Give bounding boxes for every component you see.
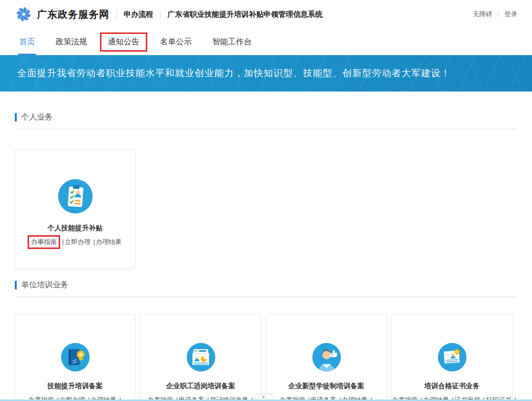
link-separator: | — [62, 238, 64, 246]
accessibility-link[interactable]: 无障碍 — [473, 10, 492, 19]
banner-slogan: 全面提升我省劳动者职业技能水平和就业创业能力，加快知识型、技能型、创新型劳动者大… — [17, 67, 451, 80]
section-accent-bar — [15, 113, 17, 122]
browser-report-icon — [187, 343, 215, 371]
top-header-right: 无障碍 登录 — [473, 10, 517, 19]
card-apprenticeship-filing[interactable]: 企业新型学徒制培训备案 办事指南|申请备案|办理结果|单位培训人员查询 — [266, 314, 387, 401]
pinwheel-flower-icon — [15, 5, 33, 23]
top-header-left: 广东政务服务网 申办流程 广东省职业技能提升培训补贴申领管理信息系统 — [15, 5, 323, 23]
divider — [15, 129, 517, 129]
system-title: 广东省职业技能提升培训补贴申领管理信息系统 — [167, 10, 323, 19]
card-link[interactable]: 办事指南 — [28, 235, 60, 249]
main-nav: 首页 政策法规 通知公告 名单公示 智能工作台 — [0, 29, 532, 55]
card-link[interactable]: 立即办理 — [65, 238, 91, 246]
card-links-line: 办事指南|立即办理|办理结果 — [15, 237, 135, 247]
person-thumbsup-icon — [312, 343, 341, 371]
section-accent-bar — [15, 281, 17, 289]
tab-public-lists[interactable]: 名单公示 — [152, 32, 200, 52]
card-title: 企业职工适岗培训备案 — [141, 382, 261, 391]
main-content: 个人业务 — [0, 112, 532, 401]
card-link[interactable]: 办理结果 — [96, 238, 122, 246]
unit-card-row: 技能提升培训备案 办事指南|立即办理|办理结果|在培人员查询|学员情况查询 — [15, 314, 517, 401]
top-header: 广东政务服务网 申办流程 广东省职业技能提升培训补贴申领管理信息系统 无障碍 登… — [0, 0, 532, 29]
card-title: 企业新型学徒制培训备案 — [266, 382, 386, 391]
clipboard-checklist-icon — [58, 179, 93, 214]
section-title: 个人业务 — [21, 112, 53, 123]
card-personal-skill-subsidy[interactable]: 个人技能提升补贴 办事指南|立即办理|办理结果 — [15, 149, 135, 268]
divider — [160, 10, 161, 18]
page: 广东政务服务网 申办流程 广东省职业技能提升培训补贴申领管理信息系统 无障碍 登… — [0, 0, 532, 401]
section-title: 单位培训业务 — [21, 280, 68, 290]
tab-policies[interactable]: 政策法规 — [48, 32, 95, 52]
divider — [116, 10, 117, 18]
hero-banner: 全面提升我省劳动者职业技能水平和就业创业能力，加快知识型、技能型、创新型劳动者大… — [0, 55, 532, 92]
section-header-unit: 单位培训业务 — [15, 280, 517, 290]
card-links: 办事指南|立即办理|办理结果 — [15, 237, 135, 247]
tab-notices[interactable]: 通知公告 — [100, 32, 147, 52]
card-staff-training-filing[interactable]: 企业职工适岗培训备案 办事指南|申请备案|登记培训效果|办理结果|单位培训人员查… — [140, 314, 261, 401]
card-title: 个人技能提升补贴 — [15, 224, 135, 233]
card-title: 技能提升培训备案 — [15, 382, 135, 391]
tab-home[interactable]: 首页 — [11, 32, 43, 52]
card-title: 培训合格证书业务 — [392, 382, 512, 391]
brand-title[interactable]: 广东政务服务网 — [37, 8, 109, 21]
certificate-badge-icon — [438, 343, 466, 371]
section-header-personal: 个人业务 — [15, 112, 517, 123]
chevron-down-icon: ▼ — [262, 395, 266, 400]
tab-smart-workbench[interactable]: 智能工作台 — [204, 32, 260, 52]
flow-link[interactable]: 申办流程 — [124, 10, 153, 19]
divider — [15, 297, 517, 297]
divider — [498, 11, 499, 18]
link-separator: | — [94, 238, 95, 246]
card-certificate-services[interactable]: 培训合格证书业务 办事指南|办理结果|证书申领|打印证书|培训人员查询 — [392, 314, 512, 401]
login-link[interactable]: 登录 — [504, 10, 517, 19]
book-medal-icon — [61, 343, 90, 371]
card-skill-training-filing[interactable]: 技能提升培训备案 办事指南|立即办理|办理结果|在培人员查询|学员情况查询 — [15, 314, 135, 401]
